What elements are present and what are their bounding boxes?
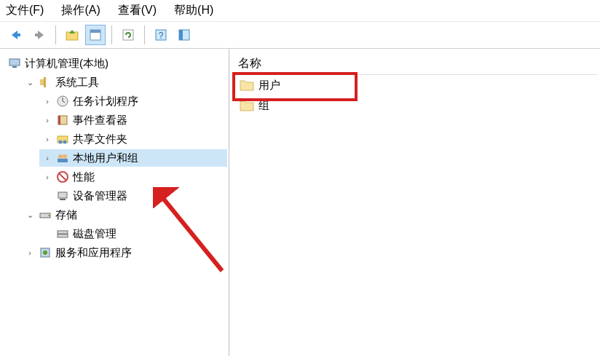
chevron-right-icon[interactable]: › [42, 96, 52, 106]
svg-text:?: ? [159, 31, 164, 41]
folder-icon [240, 98, 254, 113]
refresh-icon [121, 28, 135, 42]
svg-rect-11 [40, 79, 44, 85]
list-item-groups[interactable]: 组 [232, 95, 597, 116]
computer-icon [7, 56, 22, 71]
menu-file[interactable]: 文件(F) [6, 3, 44, 18]
svg-rect-8 [9, 59, 20, 66]
tree-label: 存储 [55, 208, 77, 222]
help-icon: ? [154, 28, 168, 42]
tree-task-scheduler[interactable]: › 任务计划程序 [39, 92, 227, 110]
chevron-right-icon[interactable]: › [42, 153, 52, 163]
tree-disk-management[interactable]: 磁盘管理 [39, 225, 227, 242]
tree-system-tools[interactable]: ⌄ 系统工具 [22, 74, 227, 91]
menu-action[interactable]: 操作(A) [61, 3, 100, 18]
expander-none [42, 229, 52, 239]
column-name-header[interactable]: 名称 [232, 53, 597, 75]
tree-label: 性能 [73, 170, 95, 184]
svg-point-16 [59, 141, 63, 144]
properties-button[interactable] [85, 25, 106, 45]
svg-rect-3 [123, 30, 133, 40]
users-icon [55, 151, 70, 165]
tree-device-manager[interactable]: 设备管理器 [39, 187, 227, 205]
list-pane: 名称 用户 组 [229, 49, 600, 356]
chevron-down-icon[interactable]: ⌄ [25, 210, 35, 220]
folder-up-icon [65, 28, 79, 42]
toolbar-separator [144, 25, 145, 44]
tree-performance[interactable]: › 性能 [39, 168, 227, 186]
svg-point-29 [43, 250, 47, 255]
properties-icon [88, 28, 103, 42]
svg-rect-22 [58, 192, 67, 198]
tree-label: 磁盘管理 [73, 227, 117, 241]
forward-button[interactable] [29, 25, 50, 45]
tree-label: 本地用户和组 [73, 151, 138, 165]
menu-help[interactable]: 帮助(H) [174, 3, 213, 18]
tree-event-viewer[interactable]: › 事件查看器 [39, 111, 227, 129]
svg-point-18 [58, 154, 63, 159]
prohibit-icon [55, 170, 70, 184]
menu-view[interactable]: 查看(V) [118, 3, 157, 18]
tree: 计算机管理(本地) ⌄ 系统工具 [1, 55, 227, 261]
svg-rect-7 [179, 30, 183, 40]
disk-icon [55, 226, 70, 241]
svg-point-17 [63, 141, 67, 144]
toolbar-separator [55, 25, 56, 44]
list-item-label: 组 [258, 99, 269, 113]
tree-shared-folders[interactable]: › 共享文件夹 [39, 130, 227, 148]
list-item-users[interactable]: 用户 [232, 75, 597, 95]
tree-label: 事件查看器 [73, 114, 127, 127]
toolbar: ? [0, 22, 600, 49]
shared-folder-icon [55, 132, 70, 146]
tree-storage[interactable]: ⌄ 存储 [22, 206, 227, 223]
back-button[interactable] [6, 25, 26, 45]
back-arrow-icon [9, 28, 23, 42]
main-split: 计算机管理(本地) ⌄ 系统工具 [0, 49, 600, 356]
toolbar-separator [111, 25, 112, 44]
svg-point-19 [63, 154, 67, 159]
up-button[interactable] [62, 25, 82, 45]
tree-local-users-groups[interactable]: › 本地用户和组 [39, 149, 227, 167]
tree-services-apps[interactable]: › 服务和应用程序 [22, 244, 227, 261]
panel-icon [177, 28, 192, 42]
clock-icon [55, 94, 70, 108]
chevron-down-icon[interactable]: ⌄ [25, 77, 35, 87]
showhide-button[interactable] [174, 25, 194, 45]
svg-rect-23 [60, 199, 66, 200]
svg-rect-20 [58, 159, 68, 162]
svg-rect-14 [58, 116, 60, 124]
chevron-right-icon[interactable]: › [25, 248, 35, 258]
menu-bar: 文件(F) 操作(A) 查看(V) 帮助(H) [0, 0, 600, 22]
svg-rect-10 [44, 77, 46, 87]
tree-label: 共享文件夹 [73, 132, 127, 146]
folder-icon [240, 78, 254, 92]
tree-label: 计算机管理(本地) [25, 57, 108, 71]
help-button[interactable]: ? [151, 25, 171, 45]
tree-label: 任务计划程序 [73, 95, 138, 108]
expander-none [42, 191, 52, 201]
tools-icon [38, 75, 52, 90]
tree-label: 设备管理器 [73, 189, 127, 203]
svg-rect-2 [90, 30, 100, 33]
book-icon [55, 113, 70, 127]
device-icon [55, 189, 70, 203]
chevron-right-icon[interactable]: › [42, 115, 52, 125]
svg-point-25 [48, 215, 50, 216]
svg-rect-27 [58, 234, 68, 237]
services-icon [38, 245, 52, 260]
svg-rect-26 [58, 231, 68, 234]
tree-pane: 计算机管理(本地) ⌄ 系统工具 [0, 49, 229, 356]
tree-label: 系统工具 [55, 76, 99, 90]
forward-arrow-icon [32, 28, 47, 42]
chevron-right-icon[interactable]: › [42, 134, 52, 144]
svg-rect-9 [12, 66, 17, 68]
storage-icon [38, 207, 52, 222]
refresh-button[interactable] [118, 25, 138, 45]
tree-root[interactable]: 计算机管理(本地) [4, 55, 227, 72]
chevron-right-icon[interactable]: › [42, 172, 52, 182]
tree-label: 服务和应用程序 [55, 246, 132, 260]
list-item-label: 用户 [258, 79, 280, 92]
